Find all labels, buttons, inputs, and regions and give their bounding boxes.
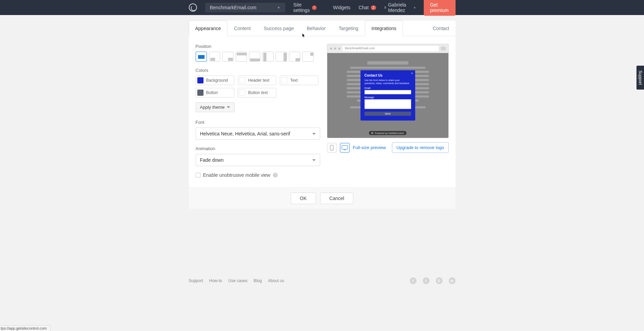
color-swatch [239, 90, 246, 96]
facebook-icon[interactable]: f [410, 277, 417, 284]
preview-message-label: Message [365, 96, 411, 99]
mobile-view-checkbox[interactable] [196, 173, 200, 177]
topbar: BenchmarkEmail.com ▼ Site settings ! Wid… [0, 0, 644, 15]
chevron-down-icon: ▾ [414, 6, 416, 10]
app-logo-icon [189, 3, 197, 12]
mobile-view-label: Enable unobtrusive mobile view [203, 172, 271, 178]
color-picker-text[interactable]: Text [280, 76, 318, 85]
site-settings-label: Site settings [293, 2, 310, 13]
preview-email-input [365, 90, 411, 94]
status-dot-icon [384, 6, 386, 9]
widgets-label: Widgets [333, 5, 351, 10]
color-swatch [197, 77, 203, 83]
chat-link[interactable]: Chat 2 [358, 5, 376, 10]
position-option-0[interactable] [196, 52, 207, 62]
position-option-1[interactable] [209, 52, 220, 62]
color-picker-button-text[interactable]: Button text [238, 88, 276, 97]
preview-email-label: Email [365, 87, 411, 90]
twitter-icon[interactable]: t [423, 277, 430, 284]
close-icon: × [411, 71, 413, 75]
color-picker-background[interactable]: Background [196, 76, 234, 85]
preview-browser-chrome: BenchmarkEmail.com [327, 44, 448, 53]
preview-message-input [365, 100, 411, 109]
linkedin-icon[interactable]: in [449, 277, 456, 284]
footer-link[interactable]: Blog [254, 278, 262, 283]
preview-send-button: Send [365, 112, 411, 116]
mobile-icon [330, 145, 333, 150]
menu-icon [441, 47, 446, 50]
support-tab[interactable]: Support [636, 66, 644, 90]
alert-badge: ! [312, 5, 317, 10]
google-plus-icon[interactable]: G [436, 277, 443, 284]
preview-widget-title: Contact Us [365, 74, 411, 77]
tabs: Appearance Content Success page Behavior… [189, 21, 456, 36]
position-option-4[interactable] [249, 52, 260, 62]
font-label: Font [196, 120, 320, 125]
color-swatch [197, 90, 203, 96]
apply-theme-button[interactable]: Apply theme [196, 102, 235, 112]
footer-link[interactable]: Support [189, 278, 203, 283]
preview-address: BenchmarkEmail.com [342, 46, 439, 51]
tab-success-page[interactable]: Success page [257, 21, 300, 36]
mobile-preview-button[interactable] [327, 143, 337, 153]
desktop-icon [342, 145, 348, 150]
actions-bar: OK Cancel [189, 187, 456, 209]
footer-link[interactable]: How-to [209, 278, 222, 283]
get-premium-button[interactable]: Get premium [424, 0, 455, 16]
color-label: Button text [248, 90, 268, 95]
footer: Support How-to Use cases Blog About us f… [189, 277, 456, 288]
ok-button[interactable]: OK [291, 193, 316, 204]
preview-frame: BenchmarkEmail.com [327, 44, 449, 138]
preview-widget: × Contact Us Use the form below to share… [360, 70, 415, 120]
desktop-preview-button[interactable] [340, 143, 350, 153]
color-swatch [239, 77, 246, 83]
colors-label: Colors [196, 68, 320, 73]
editor-card: Appearance Content Success page Behavior… [189, 21, 456, 209]
site-settings-link[interactable]: Site settings ! [293, 2, 317, 13]
tab-appearance[interactable]: Appearance [189, 21, 228, 36]
position-option-3[interactable] [236, 52, 247, 62]
site-dropdown-label: BenchmarkEmail.com [210, 5, 257, 10]
position-option-6[interactable] [276, 52, 287, 62]
browser-status-bar: tps://app.getsitecontrol.com [0, 325, 51, 331]
font-value: Helvetica Neue, Helvetica, Arial, sans-s… [200, 131, 290, 136]
animation-value: Fade down [200, 157, 224, 163]
position-option-2[interactable] [222, 52, 234, 62]
chevron-down-icon [312, 133, 316, 135]
svg-rect-2 [342, 145, 347, 149]
tab-integrations[interactable]: Integrations [365, 21, 403, 36]
svg-point-1 [331, 149, 332, 150]
animation-label: Animation [196, 146, 320, 151]
font-select[interactable]: Helvetica Neue, Helvetica, Arial, sans-s… [196, 128, 320, 140]
color-picker-header-text[interactable]: Header text [238, 76, 276, 85]
widgets-link[interactable]: Widgets [333, 5, 351, 10]
color-label: Background [206, 78, 228, 83]
footer-link[interactable]: About us [268, 278, 284, 283]
site-dropdown[interactable]: BenchmarkEmail.com ▼ [205, 3, 285, 12]
user-menu[interactable]: Gabriela Mendez ▾ [384, 2, 416, 13]
full-size-preview-link[interactable]: Full-size preview [353, 145, 386, 150]
color-picker-button[interactable]: Button [196, 88, 234, 97]
appearance-settings: Position Colors BackgroundHeader textTex… [196, 44, 320, 178]
tab-targeting[interactable]: Targeting [332, 21, 365, 36]
preview-widget-subtitle: Use the form below to share your questio… [365, 79, 411, 85]
help-icon[interactable]: ? [273, 173, 278, 177]
position-option-7[interactable] [289, 52, 300, 62]
cancel-button[interactable]: Cancel [320, 193, 354, 204]
chevron-down-icon [227, 106, 230, 108]
chat-count-badge: 2 [371, 5, 376, 10]
animation-select[interactable]: Fade down [196, 154, 320, 166]
window-dot-icon [338, 48, 340, 50]
preview-body: × Contact Us Use the form below to share… [327, 53, 448, 138]
footer-link[interactable]: Use cases [228, 278, 248, 283]
upgrade-remove-logo-button[interactable]: Upgrade to remove logo [392, 142, 448, 153]
preview-watermark: Powered by GetSiteControl [369, 131, 407, 135]
tab-behavior[interactable]: Behavior [300, 21, 332, 36]
tab-content[interactable]: Content [227, 21, 257, 36]
position-option-8[interactable] [302, 52, 314, 62]
color-pickers: BackgroundHeader textTextButtonButton te… [196, 76, 320, 97]
chevron-down-icon: ▼ [277, 6, 280, 10]
preview-panel: BenchmarkEmail.com [327, 44, 449, 178]
chevron-down-icon [312, 159, 316, 161]
position-option-5[interactable] [262, 52, 274, 62]
